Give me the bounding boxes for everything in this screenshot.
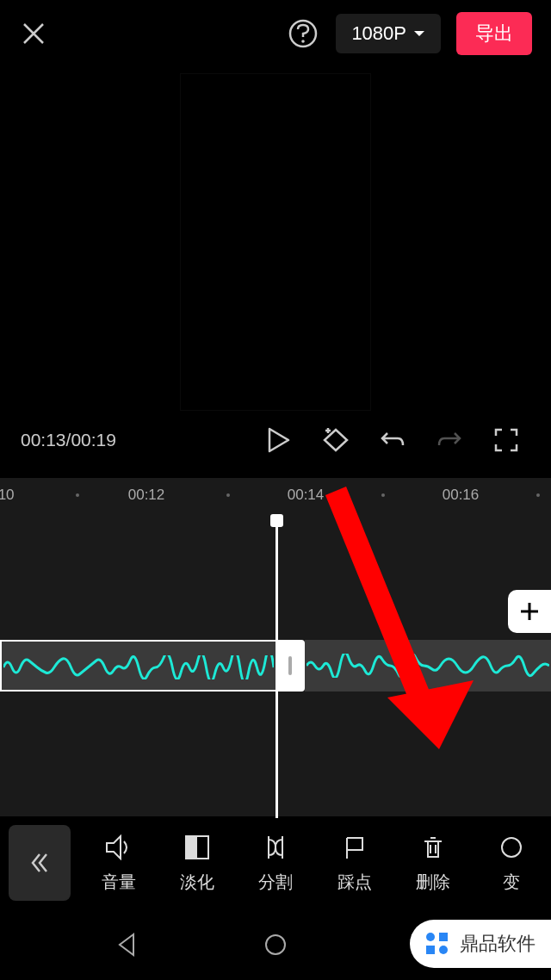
tool-beat[interactable]: 踩点: [315, 833, 393, 894]
tool-label: 变: [503, 871, 520, 894]
tool-fade[interactable]: 淡化: [158, 833, 236, 894]
split-icon: [261, 833, 290, 862]
tool-label: 音量: [102, 871, 136, 894]
redo-icon: [436, 428, 463, 452]
change-icon: [497, 833, 526, 862]
ruler-dot: [76, 493, 79, 497]
close-icon: [21, 21, 46, 47]
ruler-dot: [226, 493, 230, 497]
play-button[interactable]: [255, 423, 303, 457]
audio-clip-left[interactable]: [0, 640, 276, 692]
svg-rect-9: [426, 946, 435, 954]
current-time: 00:13: [21, 430, 66, 450]
svg-point-5: [266, 935, 285, 954]
delete-icon: [418, 833, 448, 862]
ruler-mark: 00:14: [288, 487, 325, 504]
nav-home[interactable]: [258, 927, 293, 962]
waveform: [3, 655, 274, 679]
watermark-text: 鼎品软件: [460, 931, 536, 957]
close-button[interactable]: [19, 19, 48, 48]
chevron-left-icon: [28, 851, 52, 875]
watermark-logo: [422, 928, 453, 959]
help-button[interactable]: [286, 16, 320, 51]
fade-icon: [183, 833, 212, 862]
keyframe-button[interactable]: [312, 423, 360, 457]
player-controls: 00:13/00:19: [0, 411, 551, 469]
ruler-mark: 00:12: [128, 487, 165, 504]
timecode: 00:13/00:19: [21, 430, 246, 450]
add-clip-button[interactable]: [508, 590, 551, 633]
help-icon: [288, 18, 319, 49]
waveform: [306, 654, 549, 678]
resolution-selector[interactable]: 1080P: [336, 14, 441, 53]
keyframe-icon: [319, 426, 352, 454]
audio-clip-right[interactable]: 糖兄创作的原声: [305, 640, 551, 692]
watermark: 鼎品软件: [410, 920, 551, 968]
svg-point-1: [302, 40, 306, 43]
redo-button[interactable]: [425, 423, 474, 457]
playhead[interactable]: [276, 521, 278, 818]
play-icon: [268, 427, 290, 453]
undo-icon: [379, 428, 406, 452]
export-button[interactable]: 导出: [456, 12, 532, 55]
svg-rect-3: [186, 836, 197, 859]
svg-rect-8: [439, 933, 448, 941]
tool-volume[interactable]: 音量: [79, 833, 158, 894]
tool-split[interactable]: 分割: [237, 833, 315, 894]
toolbar: 音量 淡化 分割 踩点 删除 变: [0, 816, 551, 909]
ruler-mark: 0:10: [0, 487, 15, 504]
dropdown-icon: [413, 29, 425, 38]
beat-icon: [340, 833, 369, 862]
fullscreen-button[interactable]: [482, 423, 530, 457]
collapse-button[interactable]: [9, 825, 71, 901]
undo-button[interactable]: [368, 423, 417, 457]
resolution-label: 1080P: [351, 22, 406, 45]
tool-label: 踩点: [337, 871, 372, 894]
volume-icon: [104, 833, 133, 862]
plus-icon: [517, 599, 542, 623]
ruler-dot: [536, 493, 540, 497]
tool-delete[interactable]: 删除: [393, 833, 472, 894]
fullscreen-icon: [494, 428, 518, 452]
tool-label: 分割: [258, 871, 293, 894]
home-icon: [263, 933, 288, 957]
svg-point-10: [439, 946, 448, 954]
tool-label: 淡化: [180, 871, 214, 894]
total-time: 00:19: [71, 430, 116, 450]
timeline[interactable]: 0:10 00:12 00:14 00:16 糖兄创作的原声: [0, 478, 551, 818]
timeline-ruler: 0:10 00:12 00:14 00:16: [0, 478, 551, 512]
header-right: 1080P 导出: [286, 12, 532, 55]
video-preview[interactable]: [180, 73, 371, 411]
header: 1080P 导出: [0, 0, 551, 66]
nav-back[interactable]: [109, 927, 144, 962]
tool-label: 删除: [416, 871, 450, 894]
ruler-dot: [381, 493, 385, 497]
tool-change[interactable]: 变: [473, 833, 551, 894]
svg-point-4: [502, 838, 521, 857]
svg-point-7: [426, 933, 435, 941]
ruler-mark: 00:16: [443, 487, 480, 504]
clip-handle[interactable]: [276, 640, 305, 692]
back-icon: [116, 933, 137, 957]
